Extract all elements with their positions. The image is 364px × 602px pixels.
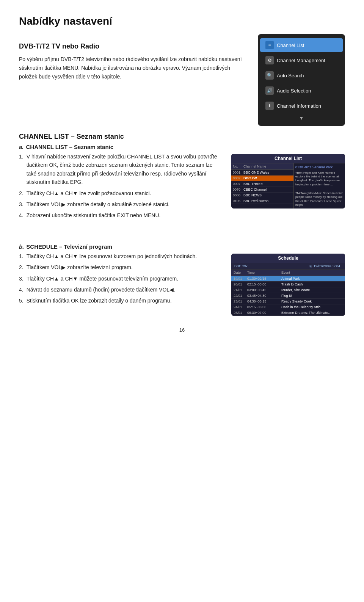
- channel-list-screenshot: Channel List No. Channel Name 0001 BBC O…: [231, 154, 345, 209]
- point-text: Tlačítkem VOL▶ zobrazíte detaily o aktuá…: [27, 200, 170, 209]
- menu-item-label: Channel Management: [277, 58, 325, 63]
- table-row: 21/01 03:00~03:45 Murder, She Wrote: [231, 287, 345, 293]
- intro-paragraph: Po výběru příjmu DVB-T/T2 televizního ne…: [19, 55, 246, 81]
- table-row: 23/01 04:30~05:15 Ready Steady Cook: [231, 299, 345, 304]
- list-item: 4. Zobrazení ukončíte stisknutím tlačítk…: [19, 211, 222, 219]
- menu-item-channel-management: ⚙ Channel Management: [260, 53, 343, 67]
- subsection-b-label: b. SCHEDULE – Televizní program: [19, 243, 345, 250]
- schedule-section: b. SCHEDULE – Televizní program 1. Tlačí…: [19, 243, 345, 316]
- cls-body: No. Channel Name 0001 BBC ONE Wales 0002…: [231, 163, 345, 209]
- page-number: 16: [19, 327, 345, 333]
- auto-search-icon: 🔍: [265, 71, 274, 80]
- sch-datetime: ⊞ 19/01/2009 02:04..: [309, 264, 342, 268]
- list-item: 3. Tlačítkem VOL▶ zobrazíte detaily o ak…: [19, 200, 222, 209]
- sch-channel: BBC 2W: [234, 264, 248, 268]
- schedule-screen: Schedule BBC 2W ⊞ 19/01/2009 02:04.. Dat…: [231, 254, 345, 316]
- table-row: 0105 BBC Red Button: [231, 198, 293, 204]
- schedule-heading: SCHEDULE – Televizní program: [26, 243, 112, 250]
- point-text: Zobrazení ukončíte stisknutím tlačítka E…: [27, 211, 161, 219]
- cls-time: 0130~02:15 Animal Park: [295, 165, 344, 170]
- menu-item-audio-selection: 🔊 Audio Selection: [260, 84, 343, 97]
- cls-right-panel: 0130~02:15 Animal Park ?Ben Fogle and Ka…: [294, 163, 345, 209]
- menu-item-label: Channel List: [277, 42, 304, 48]
- point-text: Tlačítky CH▲ a CH▼ lze posunovat kurzore…: [27, 252, 197, 260]
- col-time-label: Time: [247, 271, 281, 274]
- point-text: V hlavní nabídce nastavení zvolte položk…: [27, 152, 222, 187]
- page-title: Nabídky nastavení: [19, 15, 345, 27]
- list-item: 2. Tlačítkem VOL▶ zobrazíte televizní pr…: [19, 263, 222, 271]
- menu-item-channel-list: ≡ Channel List: [260, 38, 343, 52]
- menu-item-label: Channel Information: [277, 103, 321, 109]
- sch-title: Schedule: [231, 254, 345, 263]
- point-text: Tlačítky CH▲ a CH▼ lze zvolit požadovano…: [27, 189, 151, 198]
- list-item: 2. Tlačítky CH▲ a CH▼ lze zvolit požadov…: [19, 189, 222, 198]
- point-text: Tlačítkem VOL▶ zobrazíte televizní progr…: [27, 263, 133, 271]
- table-row: 0080 BBC NEWS: [231, 193, 293, 198]
- cls-desc2: ?McNaughton-Muir: Series in which people…: [295, 191, 344, 207]
- schedule-text: 1. Tlačítky CH▲ a CH▼ lze posunovat kurz…: [19, 252, 222, 308]
- cls-title: Channel List: [231, 154, 345, 163]
- cls-desc: ?Ben Fogle and Kate Humble explore life …: [295, 171, 344, 187]
- sch-subheader: BBC 2W ⊞ 19/01/2009 02:04..: [231, 263, 345, 270]
- table-row: 20/01 02:15~03:00 Trash to Cash: [231, 282, 345, 287]
- table-row: 19/01 01:30~02/15 Animal Park: [231, 276, 345, 282]
- list-item: 4. Návrat do seznamu datumů (hodin) prov…: [19, 285, 222, 294]
- menu-item-channel-info: ℹ Channel Information: [260, 99, 343, 113]
- menu-screenshot: ≡ Channel List ⚙ Channel Management 🔍 Au…: [258, 34, 345, 126]
- table-row: 0007 BBC THREE: [231, 181, 293, 187]
- col-event-label: Event: [281, 271, 343, 274]
- col-date-label: Date: [234, 271, 247, 274]
- table-row: 0070 CBBC Channel: [231, 187, 293, 193]
- schedule-content: 1. Tlačítky CH▲ a CH▼ lze posunovat kurz…: [19, 252, 345, 316]
- point-text: Návrat do seznamu datumů (hodin) provede…: [27, 285, 175, 294]
- cls-col-headers: No. Channel Name: [231, 163, 293, 170]
- audio-selection-icon: 🔊: [265, 86, 274, 95]
- cls-left-panel: No. Channel Name 0001 BBC ONE Wales 0002…: [231, 163, 294, 209]
- intro-text-block: DVB-T/T2 TV nebo Radio Po výběru příjmu …: [19, 34, 246, 84]
- channel-info-icon: ℹ: [265, 102, 274, 110]
- menu-item-label: Auto Search: [277, 73, 304, 78]
- channel-list-icon: ≡: [265, 41, 274, 49]
- channel-management-icon: ⚙: [265, 56, 274, 64]
- table-row: 0002 BBC 2W: [231, 176, 293, 181]
- section-divider: [19, 234, 345, 234]
- channel-list-subheading: CHANNEL LIST – Seznam stanic: [26, 144, 114, 150]
- subsection-a-label: a. CHANNEL LIST – Seznam stanic: [19, 144, 345, 150]
- intro-section: DVB-T/T2 TV nebo Radio Po výběru příjmu …: [19, 34, 345, 126]
- channel-list-content: 1. V hlavní nabídce nastavení zvolte pol…: [19, 152, 345, 223]
- channel-list-points: 1. V hlavní nabídce nastavení zvolte pol…: [19, 152, 222, 220]
- menu-arrow-down: ▼: [258, 115, 345, 121]
- channel-list-section: CHANNEL LIST – Seznam stanic a. CHANNEL …: [19, 133, 345, 223]
- channel-list-screen: Channel List No. Channel Name 0001 BBC O…: [231, 154, 345, 209]
- list-item: 1. Tlačítky CH▲ a CH▼ lze posunovat kurz…: [19, 252, 222, 260]
- table-row: 22/01 03:45~04:30 Flog It!: [231, 293, 345, 299]
- list-item: 3. Tlačítky CH▲ a CH▼ můžete posunovat t…: [19, 274, 222, 283]
- col-no-label: No.: [233, 165, 243, 168]
- menu-item-auto-search: 🔍 Auto Search: [260, 69, 343, 82]
- list-item: 1. V hlavní nabídce nastavení zvolte pol…: [19, 152, 222, 187]
- col-name-label: Channel Name: [243, 165, 292, 168]
- schedule-screenshot: Schedule BBC 2W ⊞ 19/01/2009 02:04.. Dat…: [231, 254, 345, 316]
- table-row: 25/01 06:30~07:00 Extreme Dreams: The Ul…: [231, 310, 345, 316]
- table-row: 0001 BBC ONE Wales: [231, 170, 293, 176]
- channel-list-heading: CHANNEL LIST – Seznam stanic: [19, 133, 345, 141]
- channel-list-text: 1. V hlavní nabídce nastavení zvolte pol…: [19, 152, 222, 223]
- table-row: 24/01 05:15~06:00 Cash in the Celebrity …: [231, 304, 345, 310]
- point-text: Tlačítky CH▲ a CH▼ můžete posunovat tele…: [27, 274, 178, 283]
- schedule-points: 1. Tlačítky CH▲ a CH▼ lze posunovat kurz…: [19, 252, 222, 305]
- dvb-subtitle: DVB-T/T2 TV nebo Radio: [19, 41, 246, 52]
- sch-col-headers: Date Time Event: [231, 270, 345, 276]
- point-text: Stisknutím tlačítka OK lze zobrazit deta…: [27, 296, 172, 305]
- list-item: 5. Stisknutím tlačítka OK lze zobrazit d…: [19, 296, 222, 305]
- menu-item-label: Audio Selection: [277, 88, 311, 94]
